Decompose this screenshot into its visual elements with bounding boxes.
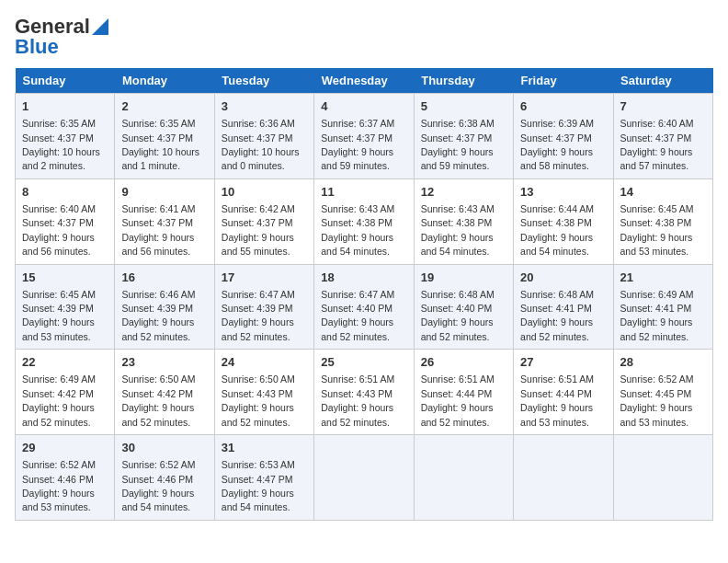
sunrise-info: Sunrise: 6:50 AM <box>222 373 295 385</box>
sunset-info: Sunset: 4:37 PM <box>620 132 692 144</box>
day-number: 12 <box>421 184 506 201</box>
calendar-cell: 24Sunrise: 6:50 AMSunset: 4:43 PMDayligh… <box>214 350 313 435</box>
day-number: 18 <box>321 270 406 286</box>
sunset-info: Sunset: 4:42 PM <box>22 388 94 399</box>
sunset-info: Sunset: 4:38 PM <box>520 217 592 228</box>
daylight-label: Daylight: 9 hours and 53 minutes. <box>22 488 95 512</box>
col-header-sunday: Sunday <box>16 68 115 94</box>
sunset-info: Sunset: 4:40 PM <box>421 303 493 314</box>
daylight-label: Daylight: 9 hours and 54 minutes. <box>222 488 294 512</box>
col-header-saturday: Saturday <box>613 68 712 94</box>
sunrise-info: Sunrise: 6:50 AM <box>121 373 195 385</box>
sunrise-info: Sunrise: 6:39 AM <box>520 118 594 129</box>
sunset-info: Sunset: 4:37 PM <box>22 132 94 144</box>
day-number: 14 <box>620 184 706 201</box>
daylight-label: Daylight: 9 hours and 52 minutes. <box>121 402 194 427</box>
daylight-label: Daylight: 10 hours and 2 minutes. <box>22 146 100 171</box>
daylight-label: Daylight: 9 hours and 52 minutes. <box>321 316 393 341</box>
sunset-info: Sunset: 4:37 PM <box>321 132 392 144</box>
calendar-cell: 10Sunrise: 6:42 AMSunset: 4:37 PMDayligh… <box>214 178 313 264</box>
day-number: 2 <box>121 98 207 115</box>
col-header-monday: Monday <box>115 68 214 94</box>
logo-icon <box>92 18 108 35</box>
day-number: 7 <box>620 98 706 115</box>
sunset-info: Sunset: 4:44 PM <box>421 388 493 399</box>
day-number: 20 <box>520 270 606 286</box>
calendar-cell: 14Sunrise: 6:45 AMSunset: 4:38 PMDayligh… <box>613 178 712 264</box>
sunrise-info: Sunrise: 6:52 AM <box>620 373 694 385</box>
day-number: 13 <box>520 184 606 201</box>
day-number: 29 <box>22 440 108 456</box>
day-number: 28 <box>620 354 706 371</box>
sunrise-info: Sunrise: 6:43 AM <box>321 203 394 214</box>
sunset-info: Sunset: 4:39 PM <box>121 303 193 314</box>
daylight-label: Daylight: 9 hours and 57 minutes. <box>620 146 693 171</box>
calendar-cell: 27Sunrise: 6:51 AMSunset: 4:44 PMDayligh… <box>514 350 613 435</box>
day-number: 31 <box>222 440 307 456</box>
calendar-cell <box>514 435 613 521</box>
daylight-label: Daylight: 9 hours and 59 minutes. <box>321 146 393 171</box>
sunrise-info: Sunrise: 6:49 AM <box>22 373 96 385</box>
sunrise-info: Sunrise: 6:42 AM <box>222 203 295 214</box>
sunrise-info: Sunrise: 6:47 AM <box>222 289 295 300</box>
sunrise-info: Sunrise: 6:38 AM <box>421 118 495 129</box>
sunrise-info: Sunrise: 6:35 AM <box>22 118 96 129</box>
sunset-info: Sunset: 4:37 PM <box>222 132 293 144</box>
daylight-label: Daylight: 9 hours and 52 minutes. <box>22 402 95 427</box>
sunrise-info: Sunrise: 6:51 AM <box>321 373 394 385</box>
day-number: 4 <box>321 98 406 115</box>
daylight-label: Daylight: 9 hours and 52 minutes. <box>222 402 294 427</box>
day-number: 16 <box>121 270 207 286</box>
daylight-label: Daylight: 9 hours and 54 minutes. <box>421 232 494 257</box>
day-number: 5 <box>421 98 506 115</box>
calendar-cell <box>613 435 712 521</box>
calendar-cell: 16Sunrise: 6:46 AMSunset: 4:39 PMDayligh… <box>115 264 214 350</box>
calendar-cell: 15Sunrise: 6:45 AMSunset: 4:39 PMDayligh… <box>16 264 115 350</box>
calendar-cell: 12Sunrise: 6:43 AMSunset: 4:38 PMDayligh… <box>414 178 513 264</box>
daylight-label: Daylight: 9 hours and 53 minutes. <box>22 316 95 341</box>
calendar-cell: 2Sunrise: 6:35 AMSunset: 4:37 PMDaylight… <box>115 94 214 179</box>
sunset-info: Sunset: 4:39 PM <box>222 303 293 314</box>
day-number: 22 <box>22 354 108 371</box>
sunset-info: Sunset: 4:43 PM <box>222 388 293 399</box>
sunrise-info: Sunrise: 6:45 AM <box>620 203 694 214</box>
calendar-week-5: 29Sunrise: 6:52 AMSunset: 4:46 PMDayligh… <box>16 435 713 521</box>
daylight-label: Daylight: 9 hours and 53 minutes. <box>620 402 693 427</box>
daylight-label: Daylight: 9 hours and 53 minutes. <box>620 232 693 257</box>
calendar-cell: 26Sunrise: 6:51 AMSunset: 4:44 PMDayligh… <box>414 350 513 435</box>
col-header-friday: Friday <box>514 68 613 94</box>
day-number: 26 <box>421 354 506 371</box>
daylight-label: Daylight: 9 hours and 53 minutes. <box>520 402 593 427</box>
calendar-cell: 31Sunrise: 6:53 AMSunset: 4:47 PMDayligh… <box>214 435 313 521</box>
calendar-cell: 23Sunrise: 6:50 AMSunset: 4:42 PMDayligh… <box>115 350 214 435</box>
calendar-cell: 18Sunrise: 6:47 AMSunset: 4:40 PMDayligh… <box>314 264 414 350</box>
daylight-label: Daylight: 9 hours and 55 minutes. <box>222 232 294 257</box>
calendar-cell: 9Sunrise: 6:41 AMSunset: 4:37 PMDaylight… <box>115 178 214 264</box>
col-header-wednesday: Wednesday <box>314 68 414 94</box>
sunrise-info: Sunrise: 6:47 AM <box>321 289 394 300</box>
calendar-cell: 21Sunrise: 6:49 AMSunset: 4:41 PMDayligh… <box>613 264 712 350</box>
daylight-label: Daylight: 9 hours and 56 minutes. <box>121 232 194 257</box>
calendar-cell: 19Sunrise: 6:48 AMSunset: 4:40 PMDayligh… <box>414 264 513 350</box>
calendar-cell: 1Sunrise: 6:35 AMSunset: 4:37 PMDaylight… <box>16 94 115 179</box>
daylight-label: Daylight: 9 hours and 54 minutes. <box>121 488 194 512</box>
sunrise-info: Sunrise: 6:40 AM <box>22 203 96 214</box>
daylight-label: Daylight: 10 hours and 0 minutes. <box>222 146 300 171</box>
sunrise-info: Sunrise: 6:37 AM <box>321 118 394 129</box>
sunset-info: Sunset: 4:41 PM <box>620 303 692 314</box>
calendar-cell <box>414 435 513 521</box>
calendar-week-4: 22Sunrise: 6:49 AMSunset: 4:42 PMDayligh… <box>16 350 713 435</box>
day-number: 15 <box>22 270 108 286</box>
sunset-info: Sunset: 4:38 PM <box>321 217 392 228</box>
daylight-label: Daylight: 9 hours and 52 minutes. <box>421 402 494 427</box>
calendar-cell: 22Sunrise: 6:49 AMSunset: 4:42 PMDayligh… <box>16 350 115 435</box>
sunset-info: Sunset: 4:42 PM <box>121 388 193 399</box>
sunset-info: Sunset: 4:46 PM <box>22 474 94 485</box>
day-number: 23 <box>121 354 207 371</box>
calendar-cell: 4Sunrise: 6:37 AMSunset: 4:37 PMDaylight… <box>314 94 414 179</box>
logo-text-blue: Blue <box>15 35 59 59</box>
day-number: 6 <box>520 98 606 115</box>
sunrise-info: Sunrise: 6:48 AM <box>421 289 495 300</box>
day-number: 10 <box>222 184 307 201</box>
col-header-tuesday: Tuesday <box>214 68 313 94</box>
